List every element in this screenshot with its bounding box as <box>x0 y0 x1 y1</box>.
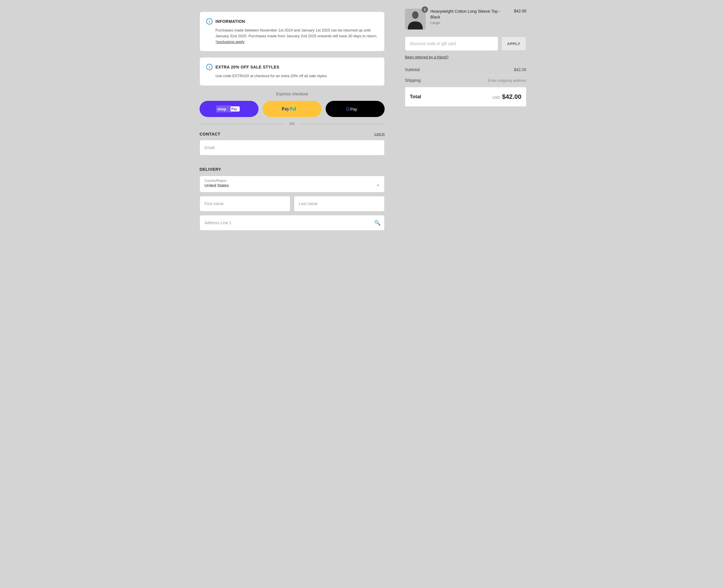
express-checkout-label: Express checkout <box>276 91 308 96</box>
product-info: Heavyweight Cotton Long Sleeve Top - Bla… <box>430 9 509 25</box>
total-label: Total <box>410 94 421 100</box>
right-column: 1 Heavyweight Cotton Long Sleeve Top - B… <box>396 0 535 588</box>
subtotal-label: Subtotal <box>405 67 420 72</box>
info-box-returns-header: i INFORMATION <box>206 18 378 25</box>
delivery-title: DELIVERY <box>200 167 385 172</box>
product-row: 1 Heavyweight Cotton Long Sleeve Top - B… <box>405 9 526 29</box>
or-text: OR <box>289 122 295 126</box>
svg-text:G: G <box>346 107 350 111</box>
total-amount: $42.00 <box>502 93 521 101</box>
product-quantity-badge: 1 <box>422 6 428 13</box>
total-currency: USD <box>492 96 500 100</box>
country-value: United States <box>204 183 229 188</box>
product-variant: Large <box>430 21 509 25</box>
contact-section: CONTACT Log in <box>200 132 385 155</box>
search-icon: 🔍 <box>374 219 381 226</box>
divider-line-right <box>299 124 385 124</box>
shop-pay-button[interactable]: shop Pay <box>200 101 259 117</box>
discount-code-input[interactable] <box>405 36 498 51</box>
svg-text:Pay: Pay <box>350 107 357 111</box>
product-price: $42.00 <box>514 9 526 13</box>
shipping-row: Shipping Enter shipping address <box>405 75 526 86</box>
contact-title: CONTACT <box>200 132 220 136</box>
svg-text:Pay: Pay <box>282 106 289 111</box>
apply-discount-button[interactable]: APPLY <box>501 36 526 51</box>
discount-row: APPLY <box>405 36 526 51</box>
divider-line-left <box>200 124 285 124</box>
contact-section-header: CONTACT Log in <box>200 132 385 136</box>
address-wrapper: 🔍 <box>200 215 385 231</box>
exclusions-link[interactable]: *exclusions apply <box>216 40 244 44</box>
total-row: Total USD $42.00 <box>405 87 526 107</box>
chevron-down-icon: ⌄ <box>376 181 380 187</box>
info-box-sale-text: Use code EXTRA20 at checkout for an extr… <box>216 73 378 79</box>
svg-text:Pal: Pal <box>290 106 297 111</box>
referral-link[interactable]: Been referred by a friend? <box>405 55 526 59</box>
svg-text:shop: shop <box>217 107 226 111</box>
info-box-sale-title: EXTRA 20% OFF SALE STYLES <box>216 65 279 69</box>
subtotal-value: $42.00 <box>514 67 526 72</box>
country-select-wrapper[interactable]: Country/Region United States ⌄ <box>200 176 385 192</box>
express-buttons-row: shop Pay Pay Pal G Pay <box>200 101 385 117</box>
left-column: i INFORMATION Purchases made between Nov… <box>188 0 396 588</box>
email-field[interactable] <box>200 140 385 155</box>
info-icon-sale: i <box>206 64 213 70</box>
name-row <box>200 196 385 211</box>
or-divider: OR <box>200 122 385 126</box>
last-name-field[interactable] <box>294 196 385 211</box>
product-image-wrapper: 1 <box>405 9 426 29</box>
total-value-wrapper: USD $42.00 <box>492 93 521 101</box>
gpay-button[interactable]: G Pay <box>326 101 385 117</box>
subtotal-row: Subtotal $42.00 <box>405 64 526 75</box>
address-field[interactable] <box>200 215 385 231</box>
country-select-inner: Country/Region United States <box>200 176 384 192</box>
shipping-label: Shipping <box>405 78 421 83</box>
info-box-returns-title: INFORMATION <box>216 19 245 24</box>
svg-text:Pay: Pay <box>232 107 237 111</box>
shipping-value: Enter shipping address <box>488 78 526 83</box>
svg-point-9 <box>412 11 419 19</box>
info-icon-returns: i <box>206 18 213 25</box>
login-link[interactable]: Log in <box>375 132 385 136</box>
info-box-sale: i EXTRA 20% OFF SALE STYLES Use code EXT… <box>200 57 385 86</box>
paypal-button[interactable]: Pay Pal <box>263 101 322 117</box>
first-name-field[interactable] <box>200 196 290 211</box>
info-box-returns-text: Purchases made between November 1st 2024… <box>216 27 378 45</box>
delivery-section: DELIVERY Country/Region United States ⌄ … <box>200 167 385 231</box>
info-box-sale-header: i EXTRA 20% OFF SALE STYLES <box>206 64 378 70</box>
product-name: Heavyweight Cotton Long Sleeve Top - Bla… <box>430 9 509 20</box>
country-label: Country/Region <box>204 179 380 182</box>
express-checkout-section: Express checkout shop Pay Pay Pal <box>200 91 385 126</box>
info-box-returns: i INFORMATION Purchases made between Nov… <box>200 12 385 51</box>
